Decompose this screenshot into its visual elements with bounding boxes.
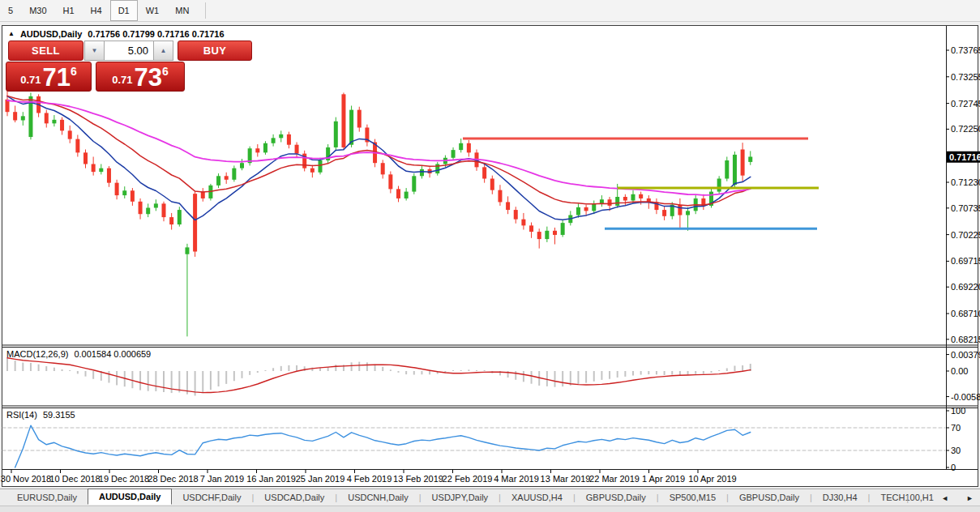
chart-tabs: EURUSD,DailyAUDUSD,DailyUSDCHF,Daily|USD… xyxy=(6,489,944,506)
chart-title: ▲ AUDUSD,Daily 0.71756 0.71799 0.71716 0… xyxy=(8,29,225,39)
chart-window xyxy=(2,25,978,487)
symbol-name: AUDUSD,Daily xyxy=(20,29,82,39)
chart-tab-usdjpy-daily[interactable]: USDJPY,Daily xyxy=(422,491,499,504)
timeframe-toolbar: 5M30H1H4D1W1MN xyxy=(0,0,980,22)
toolbar-separator xyxy=(205,2,206,19)
rsi-value: 59.3155 xyxy=(43,410,75,420)
volume-increase-button[interactable]: ▲ xyxy=(153,41,173,61)
rsi-label: RSI(14) 59.3155 xyxy=(6,410,75,420)
buy-price-prefix: 0.71 xyxy=(112,74,132,86)
arrow-up-icon: ▲ xyxy=(160,47,167,54)
timeframe-buttons: 5M30H1H4D1W1MN xyxy=(0,0,197,21)
status-bar xyxy=(0,506,980,512)
buy-button[interactable]: BUY xyxy=(178,41,252,61)
timeframe-button-m30[interactable]: M30 xyxy=(21,0,54,21)
timeframe-button-5[interactable]: 5 xyxy=(0,0,21,21)
buy-price-panel[interactable]: 0.71 73 6 xyxy=(96,62,185,92)
macd-name: MACD(12,26,9) xyxy=(6,349,68,359)
ohlc-values: 0.71756 0.71799 0.71716 0.71716 xyxy=(88,29,224,39)
tab-scroll-right-icon[interactable]: ► xyxy=(966,494,974,502)
volume-decrease-button[interactable]: ▼ xyxy=(84,41,105,61)
sell-price-prefix: 0.71 xyxy=(20,74,41,86)
chart-tab-usdchf-daily[interactable]: USDCHF,Daily xyxy=(172,491,251,504)
chart-tab-usdcnh-daily[interactable]: USDCNH,Daily xyxy=(337,491,419,504)
tab-scroll-controls: | ◄ ► xyxy=(906,489,974,506)
chart-tab-audusd-daily[interactable]: AUDUSD,Daily xyxy=(88,489,172,505)
tab-divider: | xyxy=(906,493,909,503)
chart-tab-gbpusd-daily[interactable]: GBPUSD,Daily xyxy=(729,491,810,504)
timeframe-button-w1[interactable]: W1 xyxy=(138,0,168,21)
chart-tab-gbpusd-daily[interactable]: GBPUSD,Daily xyxy=(576,491,657,504)
arrow-down-icon: ▼ xyxy=(92,47,98,54)
macd-label: MACD(12,26,9) 0.001584 0.000659 xyxy=(6,349,151,359)
sell-price-pipette: 6 xyxy=(71,65,77,78)
sell-button[interactable]: SELL xyxy=(8,41,83,61)
chart-tab-sp500-m15[interactable]: SP500,M15 xyxy=(659,491,726,504)
timeframe-button-d1[interactable]: D1 xyxy=(110,0,138,21)
macd-values: 0.001584 0.000659 xyxy=(74,349,151,359)
chart-tab-xauusd-h4[interactable]: XAUUSD,H4 xyxy=(501,491,573,504)
chart-tab-usdcad-daily[interactable]: USDCAD,Daily xyxy=(254,491,335,504)
chart-tabbar: EURUSD,DailyAUDUSD,DailyUSDCHF,Daily|USD… xyxy=(0,489,980,506)
buy-price-big: 73 xyxy=(135,66,162,89)
rsi-name: RSI(14) xyxy=(6,410,37,420)
chart-tab-dj30-h4[interactable]: DJ30,H4 xyxy=(812,491,868,504)
chart-tab-eurusd-daily[interactable]: EURUSD,Daily xyxy=(6,491,88,504)
tab-scroll-left-icon[interactable]: ◄ xyxy=(941,494,948,502)
collapse-panel-icon[interactable]: ▲ xyxy=(8,30,15,37)
timeframe-button-h4[interactable]: H4 xyxy=(83,0,110,21)
sell-price-panel[interactable]: 0.71 71 6 xyxy=(6,62,92,92)
timeframe-button-h1[interactable]: H1 xyxy=(55,0,83,21)
volume-input[interactable]: 5.00 xyxy=(104,41,154,61)
timeframe-button-mn[interactable]: MN xyxy=(167,0,197,21)
buy-price-pipette: 6 xyxy=(162,65,169,78)
sell-price-big: 71 xyxy=(43,66,71,89)
